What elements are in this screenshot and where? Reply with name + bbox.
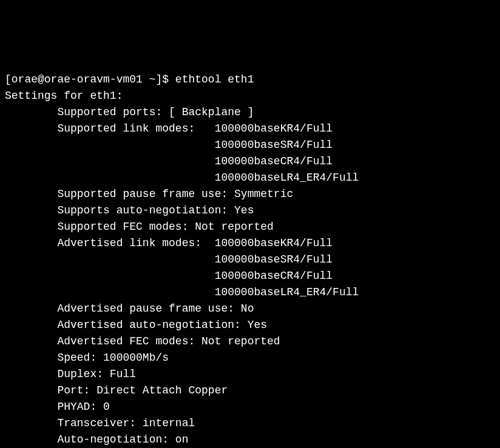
terminal-output-header: Settings for eth1: <box>5 88 495 104</box>
terminal-prompt-line: [orae@orae-oravm-vm01 ~]$ ethtool eth1 <box>5 72 495 88</box>
terminal-output-line: Advertised FEC modes: Not reported <box>5 333 495 350</box>
terminal-output-line: PHYAD: 0 <box>5 399 495 415</box>
terminal-output-line: Supported link modes: 100000baseKR4/Full <box>5 121 495 137</box>
terminal-output-line: 100000baseCR4/Full <box>5 268 495 284</box>
terminal-output-line: Supported FEC modes: Not reported <box>5 219 495 235</box>
terminal-output-line: Auto-negotiation: on <box>5 432 495 448</box>
terminal-output-line: Duplex: Full <box>5 366 495 383</box>
terminal-output-line: Supports auto-negotiation: Yes <box>5 202 495 219</box>
terminal-output-line: 100000baseLR4_ER4/Full <box>5 284 495 301</box>
terminal-output-line: Port: Direct Attach Copper <box>5 383 495 399</box>
terminal-output-line: 100000baseCR4/Full <box>5 153 495 170</box>
terminal-output-line: Advertised pause frame use: No <box>5 301 495 317</box>
terminal-output-line: Supported pause frame use: Symmetric <box>5 186 495 202</box>
terminal-output-line: 100000baseSR4/Full <box>5 137 495 153</box>
terminal-output-line: 100000baseSR4/Full <box>5 252 495 268</box>
terminal-output-line: 100000baseLR4_ER4/Full <box>5 170 495 186</box>
terminal-output-line: Supported ports: [ Backplane ] <box>5 104 495 121</box>
terminal-output-line: Advertised auto-negotiation: Yes <box>5 317 495 333</box>
terminal-output-line: Transceiver: internal <box>5 415 495 432</box>
terminal-output-line: Speed: 100000Mb/s <box>5 350 495 366</box>
terminal-output-line: Advertised link modes: 100000baseKR4/Ful… <box>5 235 495 252</box>
